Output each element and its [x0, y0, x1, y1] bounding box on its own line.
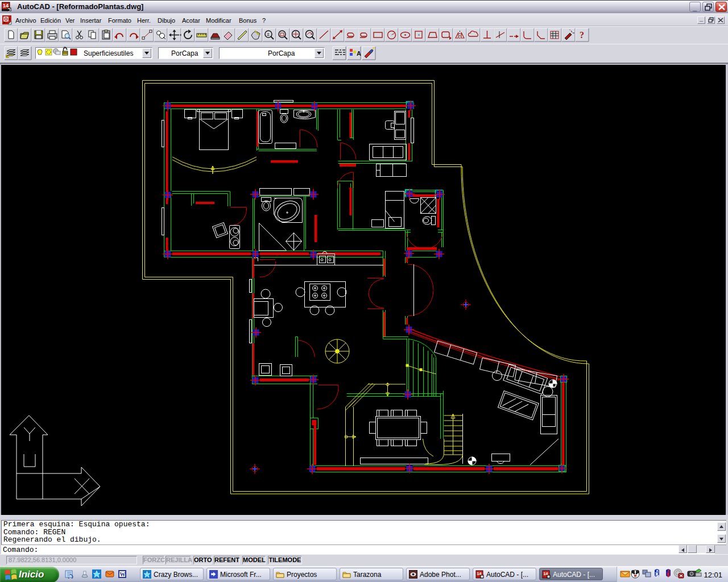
svg-text:W: W — [120, 571, 126, 577]
svg-text:A: A — [357, 50, 361, 57]
svg-text:?: ? — [580, 30, 584, 40]
svg-text:14: 14 — [544, 572, 548, 576]
svg-text:±: ± — [267, 31, 270, 37]
svg-text:14: 14 — [477, 572, 482, 576]
